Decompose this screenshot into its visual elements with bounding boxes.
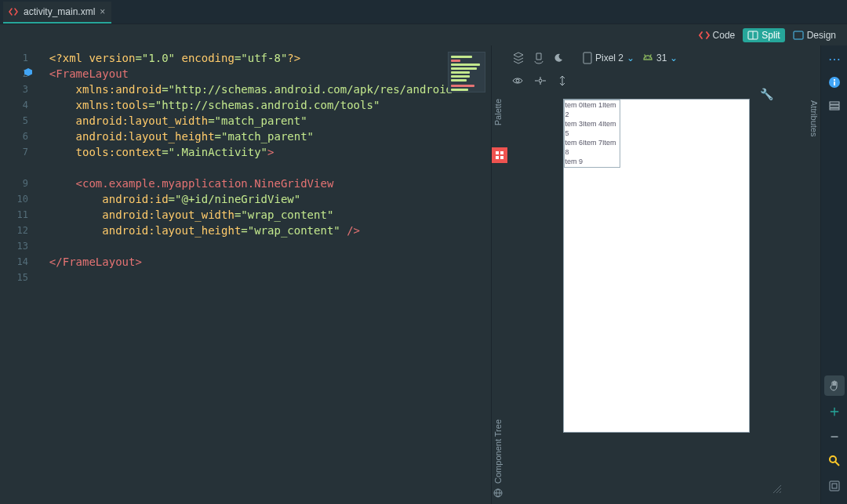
wrench-icon[interactable]: 🔧 — [760, 88, 773, 100]
reset-zoom-icon[interactable] — [824, 476, 845, 496]
design-preview-pane: Palette Component Tree Pixel 2 — [491, 45, 820, 504]
code-text: android — [102, 193, 148, 205]
code-text: :layout_height — [122, 130, 215, 143]
code-text: =".MainActivity" — [162, 146, 267, 158]
code-text: :layout_height — [148, 224, 241, 237]
file-tab-activity-main[interactable]: activity_main.xml × — [3, 2, 111, 24]
design-view-button[interactable]: Design — [788, 28, 841, 42]
default-margins-icon[interactable] — [558, 75, 567, 86]
autoconnect-icon[interactable] — [534, 76, 547, 85]
code-text — [49, 224, 102, 237]
info-icon[interactable] — [824, 72, 845, 92]
zoom-in-icon[interactable]: ＋ — [824, 401, 845, 421]
close-icon[interactable]: × — [100, 6, 105, 17]
code-minimap[interactable] — [448, 52, 485, 92]
editor-tab-bar: activity_main.xml × — [0, 0, 847, 24]
zoom-out-icon[interactable]: － — [824, 426, 845, 446]
api-level-selector[interactable]: 31 ⌄ — [642, 53, 678, 63]
design-right-toolbar: ⋯ ＋ － — [820, 45, 847, 504]
line-number: 12 — [0, 223, 36, 238]
line-number — [0, 160, 36, 176]
code-text: ="wrap_content" — [241, 224, 347, 237]
grid-row: tem 9 — [565, 157, 619, 166]
code-text — [49, 146, 76, 158]
device-selector[interactable]: Pixel 2 ⌄ — [583, 52, 634, 64]
line-number: 15 — [0, 270, 36, 285]
svg-point-10 — [645, 57, 646, 58]
line-number: 9 — [0, 176, 36, 191]
code-text: tools — [115, 99, 148, 111]
grid-row: tem 0Item 1Item 2 — [565, 100, 619, 119]
code-text — [49, 99, 76, 111]
line-number: 11 — [0, 207, 36, 223]
chevron-down-icon: ⌄ — [627, 53, 634, 63]
code-text: encoding — [181, 52, 234, 64]
code-text: xmlns: — [76, 83, 116, 96]
code-text: com.example.myapplication.NineGridView — [82, 177, 333, 190]
tab-filename: activity_main.xml — [24, 6, 95, 17]
code-text: < — [49, 177, 82, 190]
svg-rect-22 — [830, 481, 839, 491]
code-text: tools — [76, 146, 109, 158]
zoom-fit-icon[interactable] — [824, 451, 845, 471]
code-text: ="http://schemas.android.com/tools" — [148, 99, 380, 111]
svg-rect-9 — [583, 53, 591, 63]
split-view-button[interactable]: Split — [743, 28, 784, 42]
line-number: 3 — [0, 82, 36, 97]
nine-grid-view-preview[interactable]: tem 0Item 1Item 2 tem 3Item 4Item 5 tem … — [564, 100, 620, 168]
svg-rect-16 — [834, 79, 835, 81]
svg-rect-15 — [834, 82, 835, 85]
code-text: ="match_parent" — [208, 114, 307, 127]
device-frame[interactable]: tem 0Item 1Item 2 tem 3Item 4Item 5 tem … — [563, 99, 750, 433]
code-text: android — [76, 114, 122, 127]
chevron-down-icon: ⌄ — [670, 53, 678, 63]
night-mode-dropdown[interactable] — [553, 53, 564, 63]
svg-rect-18 — [830, 105, 839, 107]
code-view-label: Code — [713, 30, 736, 41]
svg-rect-23 — [832, 484, 837, 488]
code-text: ="match_parent" — [215, 130, 314, 143]
code-text: xmlns: — [76, 99, 116, 111]
svg-point-11 — [649, 57, 649, 58]
svg-point-12 — [516, 79, 519, 82]
grid-row: tem 3Item 4Item 5 — [565, 119, 619, 138]
xml-file-icon — [8, 6, 19, 17]
code-text: android — [102, 224, 148, 237]
layout-editor-mode-bar: Code Split Design — [0, 24, 847, 45]
svg-marker-3 — [24, 68, 32, 76]
design-surface-dropdown[interactable] — [512, 52, 525, 64]
code-text — [49, 83, 76, 96]
hexagon-gutter-icon[interactable] — [24, 66, 33, 75]
svg-rect-2 — [794, 31, 803, 39]
code-text — [49, 114, 76, 127]
svg-point-13 — [539, 79, 542, 82]
device-canvas-area: 🔧 tem 0Item 1Item 2 tem 3Item 4Item 5 te… — [492, 91, 820, 504]
code-text: :layout_width — [122, 114, 209, 127]
resize-handle-icon[interactable] — [770, 482, 784, 499]
grid-row: tem 6Item 7Item 8 — [565, 138, 619, 157]
code-text: android — [102, 208, 148, 221]
view-options-icon[interactable] — [512, 75, 523, 86]
code-text: > — [135, 256, 141, 268]
orientation-dropdown[interactable] — [533, 52, 545, 64]
code-editor[interactable]: <?xml version="1.0" encoding="utf-8"?> <… — [36, 45, 491, 504]
code-text: </ — [49, 256, 63, 268]
line-number: 7 — [0, 144, 36, 160]
svg-rect-19 — [830, 108, 839, 110]
main-area: 1 2 3 4 5 6 7 9 10 11 12 13 14 15 <?xml … — [0, 45, 847, 504]
pan-tool-icon[interactable] — [824, 375, 845, 396]
code-text: :layout_width — [148, 208, 234, 221]
code-text — [49, 208, 102, 221]
layers-icon[interactable] — [824, 96, 845, 116]
code-view-button[interactable]: Code — [694, 28, 740, 42]
code-text: :context — [109, 146, 162, 158]
svg-rect-17 — [830, 102, 839, 104]
code-text: /> — [347, 224, 360, 237]
code-text: xml version — [63, 52, 136, 64]
code-text: > — [267, 146, 274, 158]
attributes-panel-toggle[interactable]: Attributes — [809, 100, 819, 136]
code-text: FrameLayout — [56, 67, 129, 80]
design-view-label: Design — [807, 30, 836, 41]
code-text: ="http://schemas.android.com/apk/res/and… — [162, 83, 459, 96]
more-actions-icon[interactable]: ⋯ — [824, 49, 845, 69]
